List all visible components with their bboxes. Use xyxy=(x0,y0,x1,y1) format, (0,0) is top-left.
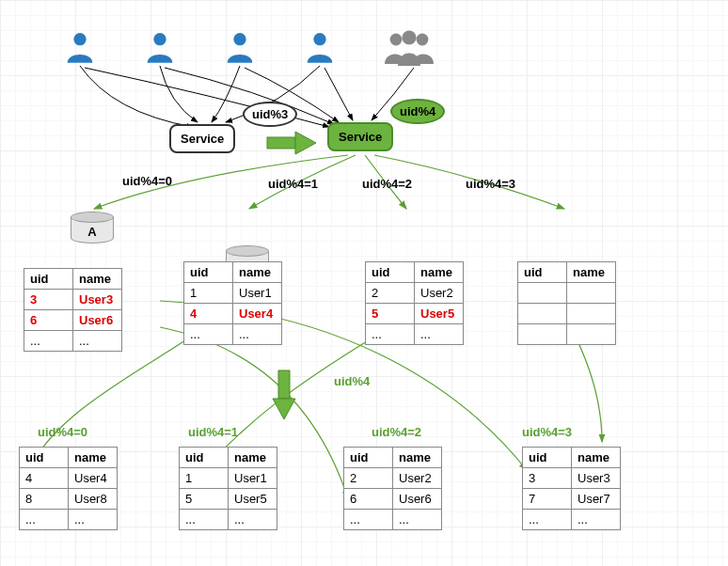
svg-point-1 xyxy=(153,33,166,45)
service-old: Service xyxy=(169,124,235,153)
svg-point-0 xyxy=(73,33,86,45)
svg-point-6 xyxy=(417,34,429,46)
svg-point-4 xyxy=(390,34,403,46)
migration-label: uid%4 xyxy=(334,374,370,388)
table-before-d: uidname xyxy=(517,261,616,345)
route-label-d: uid%4=3 xyxy=(466,177,515,191)
route-label-bottom-c: uid%4=2 xyxy=(372,425,421,439)
user-icon xyxy=(141,28,179,69)
svg-rect-8 xyxy=(278,370,290,399)
user-icon xyxy=(221,28,259,69)
table-after-b: uidname 1User1 5User5 ...... xyxy=(179,447,277,530)
shard-key-new-bubble: uid%4 xyxy=(390,99,445,124)
table-after-a: uidname 4User4 8User8 ...... xyxy=(19,447,118,530)
arrow-right-icon xyxy=(263,130,320,159)
route-label-c: uid%4=2 xyxy=(362,177,412,191)
svg-point-5 xyxy=(402,30,416,44)
table-before-a: uidname 3User3 6User6 ...... xyxy=(24,268,122,352)
svg-point-2 xyxy=(233,33,245,45)
route-label-b: uid%4=1 xyxy=(268,177,318,191)
table-before-b: uidname 1User1 4User4 ...... xyxy=(183,261,282,345)
route-label-bottom-a: uid%4=0 xyxy=(38,425,87,439)
shard-key-old-bubble: uid%3 xyxy=(243,102,297,127)
table-after-d: uidname 3User3 7User7 ...... xyxy=(522,447,621,530)
route-label-bottom-b: uid%4=1 xyxy=(188,425,238,439)
users-group-icon xyxy=(381,26,437,71)
svg-point-3 xyxy=(313,33,325,45)
arrow-down-icon xyxy=(271,367,297,426)
route-label-bottom-d: uid%4=3 xyxy=(522,425,572,439)
user-icon xyxy=(301,28,339,69)
database-a: A xyxy=(71,212,114,245)
table-after-c: uidname 2User2 6User6 ...... xyxy=(343,447,442,530)
table-before-c: uidname 2User2 5User5 ...... xyxy=(365,261,464,345)
route-label-a: uid%4=0 xyxy=(122,174,172,188)
service-new: Service xyxy=(327,122,393,151)
svg-rect-7 xyxy=(267,137,295,149)
user-icon xyxy=(61,28,99,69)
